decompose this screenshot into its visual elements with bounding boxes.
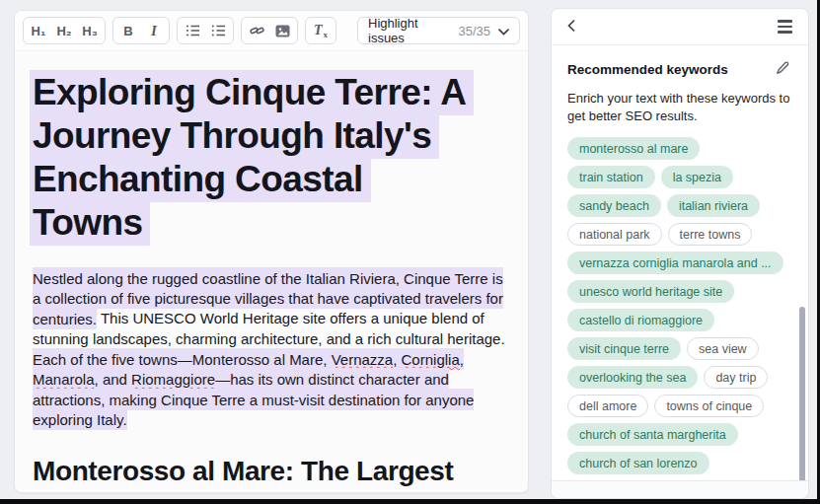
editor-panel: H₁H₂H₃ B I (14, 10, 529, 493)
keyword-pill[interactable]: sandy beach (567, 194, 661, 217)
keyword-list: monterosso al maretrain stationla spezia… (567, 137, 792, 499)
document-editing-area[interactable]: Exploring Cinque Terre: A Journey Throug… (15, 51, 528, 493)
keyword-row: castello di riomaggiore (567, 309, 792, 331)
highlight-issues-dropdown[interactable]: Highlight issues 35/35 (357, 17, 520, 44)
highlight-issues-label: Highlight issues (368, 16, 428, 45)
highlighted-title-text: Exploring Cinque Terre: A Journey Throug… (30, 70, 474, 246)
keyword-pill[interactable]: monterosso al mare (567, 137, 700, 160)
misspelled-word: Riomaggiore (131, 368, 215, 390)
keyword-pill[interactable]: vernazza corniglia manarola and ... (567, 252, 783, 274)
document-heading-h2[interactable]: Monterosso al Mare: The Largest Village … (33, 456, 514, 493)
highlighted-text: , (460, 348, 464, 370)
keyword-pill[interactable]: day trip (704, 366, 768, 389)
panel-title-row: Recommended keywords (567, 58, 792, 81)
ordered-list-icon (186, 24, 200, 37)
italic-button[interactable]: I (141, 19, 167, 42)
panel-header (552, 9, 808, 45)
highlighted-text: Each of the five towns—Monterosso al Mar… (33, 348, 332, 370)
h3-button[interactable]: H₃ (77, 19, 103, 42)
keyword-pill[interactable]: dell amore (567, 395, 648, 417)
list-buttons-group (177, 17, 234, 44)
chevron-left-icon (567, 20, 575, 35)
keyword-row: national parkterre towns (567, 223, 792, 246)
keyword-row: overlooking the seaday trip (567, 366, 792, 389)
keyword-pill[interactable]: overlooking the sea (567, 366, 698, 389)
panel-body: Recommended keywords Enrich your text wi… (552, 45, 808, 499)
keyword-pill[interactable]: la spezia (661, 166, 733, 188)
edit-keywords-button[interactable] (773, 58, 792, 81)
heading-buttons-group: H₁H₂H₃ (23, 17, 106, 44)
unordered-list-button[interactable] (205, 19, 231, 42)
keyword-pill[interactable]: unesco world heritage site (567, 280, 734, 303)
h1-button[interactable]: H₁ (26, 19, 51, 42)
clear-formatting-button[interactable]: Tx (308, 19, 334, 42)
keyword-pill[interactable]: italian riviera (667, 194, 760, 217)
misspelled-word: Corniglia (402, 348, 460, 370)
keyword-pill[interactable]: towns of cinque (654, 395, 764, 417)
plain-text: This UNESCO World Heritage site offers a… (33, 310, 505, 347)
keyword-row: church of santa margherita (567, 423, 792, 446)
document-paragraph[interactable]: Nestled along the rugged coastline of th… (33, 268, 514, 430)
chevron-down-icon (498, 22, 509, 39)
bold-button[interactable]: B (115, 19, 141, 42)
highlighted-text: , (393, 348, 401, 370)
keyword-row: dell amoretowns of cinque (567, 395, 792, 417)
ordered-list-button[interactable] (180, 19, 205, 42)
keyword-row: monterosso al mare (567, 137, 792, 160)
keyword-pill[interactable]: national park (567, 223, 662, 246)
editor-toolbar: H₁H₂H₃ B I (15, 11, 528, 51)
keyword-pill[interactable]: church of san lorenzo (567, 452, 709, 474)
clear-formatting-icon: Tx (314, 23, 328, 39)
h2-button[interactable]: H₂ (51, 19, 77, 42)
hamburger-menu-icon (778, 20, 792, 34)
keyword-pill[interactable]: sea view (687, 337, 759, 360)
image-icon (275, 25, 290, 37)
screenshot-frame-bottom (0, 499, 820, 504)
clear-formatting-group: Tx (305, 17, 336, 44)
insert-buttons-group (241, 17, 298, 44)
panel-scrollbar[interactable] (799, 307, 805, 484)
misspelled-word: Manarola (33, 368, 95, 390)
keyword-pill[interactable]: train station (567, 166, 655, 188)
menu-button[interactable] (776, 18, 794, 36)
highlighted-text: , and (95, 368, 132, 390)
highlight-issues-count: 35/35 (458, 24, 490, 38)
image-button[interactable] (269, 19, 295, 42)
pencil-icon (775, 60, 790, 79)
link-icon (250, 24, 264, 37)
panel-title: Recommended keywords (567, 62, 728, 77)
document-title-h1[interactable]: Exploring Cinque Terre: A Journey Throug… (33, 71, 488, 245)
back-button[interactable] (565, 18, 577, 36)
link-button[interactable] (244, 19, 269, 42)
keyword-row: sandy beachitalian riviera (567, 194, 792, 217)
seo-assistant-panel: Recommended keywords Enrich your text wi… (551, 8, 809, 499)
keyword-row: church of san lorenzo (567, 452, 792, 474)
keyword-pill[interactable]: castello di riomaggiore (567, 309, 714, 331)
keyword-row: train stationla spezia (567, 166, 792, 188)
panel-footer (552, 480, 808, 498)
unordered-list-icon (211, 24, 226, 37)
keyword-pill[interactable]: visit cinque terre (567, 337, 681, 360)
misspelled-word: Vernazza (332, 348, 394, 370)
keyword-pill[interactable]: terre towns (668, 223, 753, 246)
text-style-group: B I (112, 17, 170, 44)
keyword-row: unesco world heritage site (567, 280, 792, 303)
keyword-pill[interactable]: church of santa margherita (567, 423, 738, 446)
panel-description: Enrich your text with these keywords to … (567, 90, 792, 125)
keyword-row: visit cinque terresea view (567, 337, 792, 360)
keyword-row: vernazza corniglia manarola and ... (567, 252, 792, 274)
